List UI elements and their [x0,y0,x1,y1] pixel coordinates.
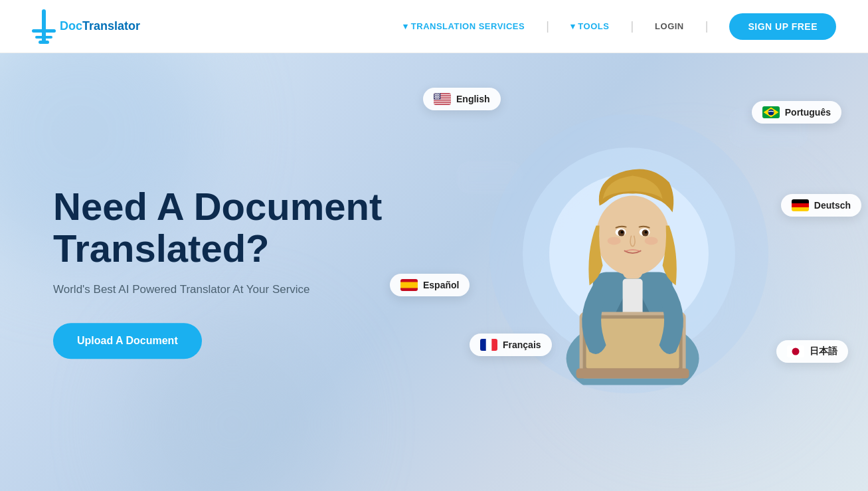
lang-badge-english: English [423,88,501,110]
hero-right: English Português Deutsch [443,68,815,440]
svg-point-48 [436,97,436,98]
nav-login[interactable]: LOGIN [655,21,684,31]
svg-rect-1 [32,29,56,33]
japanese-label: 日本語 [810,345,837,357]
svg-point-45 [437,96,438,96]
lang-badge-espanol: Español [390,274,470,296]
hero-left: Need A Document Translated? World's Best… [53,185,382,359]
svg-point-37 [438,94,439,94]
svg-point-30 [436,93,436,94]
svg-point-53 [436,98,437,98]
svg-point-20 [645,237,658,245]
svg-point-54 [437,98,438,98]
svg-rect-64 [400,282,418,287]
lang-badge-portuguese: Português [752,101,841,124]
svg-point-49 [436,97,437,98]
svg-point-41 [438,95,438,96]
flag-fr [480,339,497,351]
lang-badge-deutsch: Deutsch [781,194,861,217]
svg-point-36 [437,94,438,94]
lang-badge-japanese: 日本語 [776,340,848,363]
espanol-label: Español [423,280,459,290]
svg-point-35 [436,94,437,94]
logo-icon [32,9,56,44]
flag-jp [787,345,804,357]
svg-point-43 [435,96,436,96]
flag-br [762,106,780,118]
chevron-down-icon-tools: ▾ [570,21,576,31]
signup-button[interactable]: SIGN UP FREE [729,13,836,40]
hero-subtitle: World's Best AI Powered Translator At Yo… [53,283,382,296]
svg-point-47 [434,97,435,98]
svg-point-39 [436,95,436,96]
svg-point-69 [792,347,800,355]
francais-label: Français [503,340,541,350]
nav-divider-2: | [630,19,634,33]
svg-rect-61 [792,207,809,211]
flag-es [400,279,418,291]
chevron-down-icon: ▾ [403,21,408,31]
hero-section: Need A Document Translated? World's Best… [0,53,868,491]
nav-translation-services[interactable]: ▾ TRANSLATION SERVICES [403,21,525,31]
svg-point-17 [621,231,624,233]
upload-document-button[interactable]: Upload A Document [53,323,202,359]
svg-rect-10 [576,368,689,378]
svg-rect-3 [39,41,49,44]
svg-rect-26 [434,101,451,102]
svg-point-40 [436,95,437,96]
logo[interactable]: DocTranslator [32,9,140,44]
english-label: English [456,94,490,104]
person-svg [540,132,726,385]
svg-rect-25 [434,99,451,100]
svg-rect-67 [480,339,486,351]
svg-point-38 [434,95,435,96]
hero-title: Need A Document Translated? [53,185,382,270]
svg-point-46 [438,96,439,96]
svg-point-18 [645,231,648,233]
svg-point-19 [608,237,621,245]
svg-point-32 [438,93,438,94]
svg-point-33 [439,93,440,94]
nav-divider-3: | [705,19,709,33]
svg-point-34 [435,94,436,94]
logo-text: DocTranslator [60,19,140,33]
flag-us [434,93,451,105]
svg-point-42 [439,95,440,96]
svg-point-51 [439,97,440,98]
svg-rect-27 [434,103,451,104]
svg-point-44 [436,96,437,96]
lang-badge-francais: Français [470,334,552,356]
flag-de [792,199,809,211]
svg-point-52 [435,98,436,98]
nav-divider-1: | [546,19,549,33]
svg-rect-2 [35,36,52,39]
svg-point-55 [438,98,439,98]
portuguese-label: Português [785,107,831,118]
deutsch-label: Deutsch [814,200,851,211]
navbar: DocTranslator ▾ TRANSLATION SERVICES | ▾… [0,0,868,53]
svg-rect-59 [792,199,809,203]
person-illustration [540,132,726,385]
svg-point-58 [768,109,774,115]
nav-links: ▾ TRANSLATION SERVICES | ▾ TOOLS | LOGIN… [403,13,836,40]
svg-point-29 [434,93,435,94]
svg-point-12 [596,195,669,275]
svg-rect-0 [42,9,46,44]
svg-rect-60 [792,203,809,207]
nav-tools[interactable]: ▾ TOOLS [570,21,610,31]
svg-point-31 [436,93,437,94]
svg-point-50 [438,97,438,98]
